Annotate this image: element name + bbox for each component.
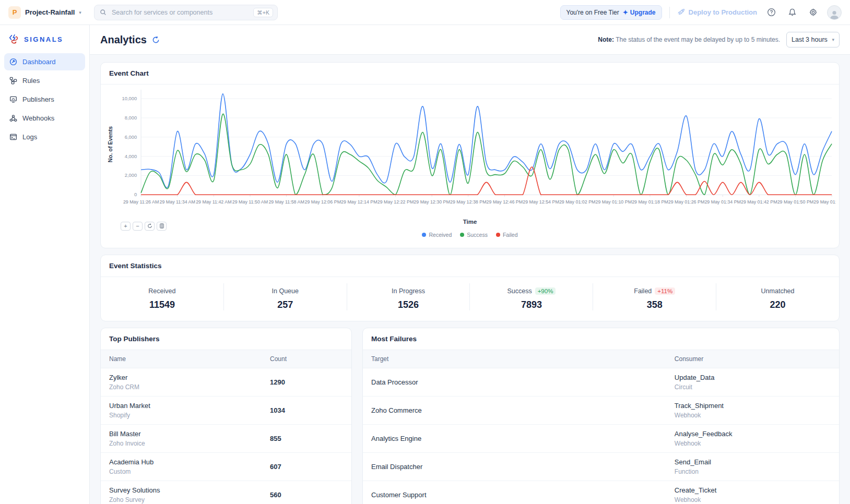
tier-text: You're on Free Tier	[566, 9, 619, 16]
sparkle-icon: ✦	[623, 9, 628, 16]
sidebar-item-logs[interactable]: Logs	[4, 128, 85, 146]
pan-select-button[interactable]	[157, 222, 167, 231]
time-range-value: Last 3 hours	[792, 36, 828, 43]
svg-text:29 May 01:34 PM: 29 May 01:34 PM	[704, 199, 741, 205]
legend-item-failed[interactable]: Failed	[496, 232, 518, 238]
stat-in-progress: In Progress 1526	[347, 283, 470, 310]
failed-badge: +11%	[655, 287, 675, 295]
table-row: Customer Support Create_TicketWebhook	[363, 481, 839, 504]
svg-text:29 May 12:30 PM: 29 May 12:30 PM	[414, 199, 450, 205]
notifications-button[interactable]	[785, 6, 799, 19]
help-icon	[767, 8, 776, 17]
stat-value: 7893	[470, 299, 593, 310]
top-publishers-card: Top Publishers Name Count ZylkerZoho CRM…	[100, 328, 352, 504]
divider	[669, 7, 670, 18]
event-chart[interactable]: 02,0004,0006,0008,00010,00029 May 11:26 …	[101, 85, 839, 217]
table-row: Urban MarketShopify 1034	[101, 396, 351, 424]
free-tier-chip[interactable]: You're on Free Tier ✦ Upgrade	[560, 5, 662, 20]
svg-text:29 May 01:18 PM: 29 May 01:18 PM	[632, 199, 668, 205]
stat-value: 220	[716, 299, 839, 310]
refresh-button[interactable]	[152, 36, 160, 44]
topbar-actions: You're on Free Tier ✦ Upgrade Deploy to …	[560, 5, 842, 20]
event-chart-title: Event Chart	[101, 63, 839, 85]
event-statistics-title: Event Statistics	[101, 255, 839, 277]
sidebar-item-label: Publishers	[22, 95, 54, 103]
legend-dot	[422, 233, 426, 237]
brand-name: SIGNALS	[24, 35, 63, 43]
refresh-icon	[152, 36, 160, 44]
svg-text:29 May 12:38 PM: 29 May 12:38 PM	[450, 199, 487, 205]
event-chart-svg[interactable]: 02,0004,0006,0008,00010,00029 May 11:26 …	[104, 87, 836, 217]
table-row: Data Processor Update_DataCircuit	[363, 368, 839, 396]
column-count: Count	[270, 355, 343, 363]
search-bar[interactable]: ⌘+K	[94, 5, 278, 20]
legend-item-success[interactable]: Success	[460, 232, 488, 238]
stat-value: 11549	[101, 299, 223, 310]
svg-text:29 May 11:50 AM: 29 May 11:50 AM	[232, 199, 268, 205]
sidebar-item-rules[interactable]: Rules	[4, 72, 85, 89]
column-target: Target	[371, 355, 675, 363]
zoom-out-button[interactable]: −	[133, 222, 143, 231]
svg-text:29 May 01:26 PM: 29 May 01:26 PM	[668, 199, 705, 205]
sidebar-item-publishers[interactable]: Publishers	[4, 91, 85, 108]
rules-icon	[9, 77, 17, 85]
logs-icon	[9, 133, 17, 141]
sidebar-item-dashboard[interactable]: Dashboard	[4, 53, 85, 70]
time-range-select[interactable]: Last 3 hours ▾	[786, 32, 840, 47]
reset-zoom-button[interactable]	[145, 222, 155, 231]
project-switcher[interactable]: P Project-Rainfall ▾	[8, 6, 87, 19]
rocket-icon	[677, 8, 685, 16]
stat-received: Received 11549	[101, 283, 223, 310]
tables-row: Top Publishers Name Count ZylkerZoho CRM…	[100, 328, 840, 504]
webhooks-icon	[9, 114, 17, 122]
svg-text:29 May 01:10 PM: 29 May 01:10 PM	[596, 199, 632, 205]
svg-text:29 May 12:22 PM: 29 May 12:22 PM	[377, 199, 414, 205]
chevron-down-icon: ▾	[832, 37, 834, 42]
stats-row: Received 11549 In Queue 257 In Progress …	[101, 277, 839, 321]
stat-in-queue: In Queue 257	[223, 283, 347, 310]
shortcut-badge: ⌘+K	[253, 8, 273, 17]
signals-logo-icon	[8, 33, 20, 45]
upgrade-button[interactable]: ✦ Upgrade	[623, 9, 656, 16]
table-row: Survey SolutionsZoho Survey 560	[101, 481, 351, 504]
deploy-to-production-button[interactable]: Deploy to Production	[677, 8, 757, 16]
stat-unmatched: Unmatched 220	[716, 283, 839, 310]
zoom-in-icon: +	[124, 223, 127, 229]
table-header: Target Consumer	[363, 350, 839, 368]
svg-text:6,000: 6,000	[125, 135, 137, 140]
most-failures-card: Most Failures Target Consumer Data Proce…	[362, 328, 840, 504]
dashboard-icon	[9, 58, 17, 66]
avatar[interactable]	[827, 5, 842, 20]
svg-text:2,000: 2,000	[125, 173, 137, 178]
bell-icon	[788, 8, 797, 17]
sidebar-item-webhooks[interactable]: Webhooks	[4, 110, 85, 127]
svg-text:29 May 11:34 AM: 29 May 11:34 AM	[160, 199, 195, 205]
reset-icon	[147, 223, 152, 229]
project-name: Project-Rainfall	[25, 8, 75, 16]
delay-note: Note: The status of the event may be del…	[598, 36, 780, 43]
chart-legend: ReceivedSuccessFailed	[101, 232, 839, 238]
svg-text:No. of Events: No. of Events	[107, 126, 113, 162]
svg-text:10,000: 10,000	[122, 96, 137, 101]
search-input[interactable]	[111, 8, 249, 17]
content: Event Chart 02,0004,0006,0008,00010,0002…	[90, 55, 850, 504]
svg-text:29 May 12:46 PM: 29 May 12:46 PM	[487, 199, 523, 205]
column-consumer: Consumer	[675, 355, 831, 363]
svg-text:29 May 12:54 PM: 29 May 12:54 PM	[523, 199, 559, 205]
zoom-out-icon: −	[136, 223, 139, 229]
svg-text:29 May 11:42 AM: 29 May 11:42 AM	[196, 199, 231, 205]
legend-item-received[interactable]: Received	[422, 232, 452, 238]
chart-footer: + − Time ReceivedSuccessFailed	[101, 217, 839, 248]
sidebar-item-label: Logs	[22, 133, 37, 141]
help-button[interactable]	[764, 6, 778, 19]
settings-button[interactable]	[806, 6, 820, 19]
svg-text:0: 0	[134, 192, 137, 197]
publishers-icon	[9, 95, 17, 103]
top-publishers-title: Top Publishers	[101, 328, 351, 350]
zoom-in-button[interactable]: +	[121, 222, 131, 231]
svg-text:29 May 01:58 PM: 29 May 01:58 PM	[813, 199, 836, 205]
event-statistics-card: Event Statistics Received 11549 In Queue…	[100, 255, 840, 321]
svg-text:29 May 01:42 PM: 29 May 01:42 PM	[741, 199, 777, 205]
user-icon	[829, 9, 840, 19]
stat-value: 358	[593, 299, 716, 310]
